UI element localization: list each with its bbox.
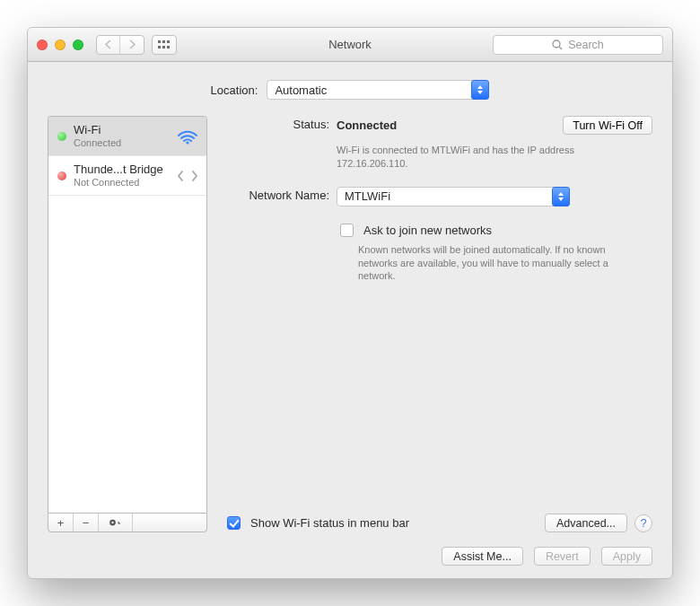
status-dot-disconnected-icon xyxy=(57,171,66,180)
status-row: Status: Connected Turn Wi-Fi Off xyxy=(223,116,652,135)
add-service-button[interactable]: + xyxy=(48,514,74,531)
chevron-right-icon xyxy=(128,40,136,49)
svg-rect-0 xyxy=(158,40,161,43)
service-item-thunderbolt-bridge[interactable]: Thunde...t Bridge Not Connected xyxy=(48,156,206,196)
svg-rect-1 xyxy=(162,40,165,43)
show-all-button[interactable] xyxy=(152,35,177,55)
network-name-label: Network Name: xyxy=(223,187,337,202)
svg-rect-5 xyxy=(167,46,170,48)
location-label: Location: xyxy=(211,83,258,97)
gear-icon xyxy=(109,517,122,528)
turn-wifi-off-button[interactable]: Turn Wi-Fi Off xyxy=(563,116,652,135)
ask-join-row: Ask to join new networks xyxy=(337,221,652,240)
nav-back-forward xyxy=(96,35,144,55)
window-controls xyxy=(37,40,83,50)
ask-to-join-label: Ask to join new networks xyxy=(363,224,492,237)
zoom-button[interactable] xyxy=(73,40,83,50)
ask-to-join-checkbox[interactable] xyxy=(340,224,354,237)
chevron-updown-icon xyxy=(471,80,489,100)
show-status-checkbox[interactable] xyxy=(227,516,241,530)
service-name: Thunde...t Bridge xyxy=(74,163,169,177)
remove-service-button[interactable]: − xyxy=(74,514,99,531)
services-panel: Wi-Fi Connected xyxy=(48,116,207,532)
search-icon xyxy=(552,40,563,50)
chevron-updown-icon xyxy=(552,187,570,206)
status-value: Connected xyxy=(337,119,397,132)
svg-point-10 xyxy=(111,522,113,523)
main-row: Wi-Fi Connected xyxy=(48,116,652,532)
search-placeholder: Search xyxy=(568,39,604,51)
services-list: Wi-Fi Connected xyxy=(48,116,207,513)
status-dot-connected-icon xyxy=(57,132,66,141)
svg-rect-4 xyxy=(162,46,165,48)
status-description: Wi-Fi is connected to MTLWiFi and has th… xyxy=(337,144,606,171)
svg-rect-3 xyxy=(158,46,161,48)
svg-line-7 xyxy=(559,47,562,49)
footer-spacer xyxy=(133,514,206,531)
content: Location: Automatic Wi-Fi Connected xyxy=(28,62,672,578)
back-button[interactable] xyxy=(97,36,120,54)
service-name: Wi-Fi xyxy=(74,124,169,137)
titlebar: Network Search xyxy=(28,28,672,62)
wifi-icon xyxy=(176,128,199,145)
revert-button[interactable]: Revert xyxy=(534,547,591,566)
service-item-wifi[interactable]: Wi-Fi Connected xyxy=(48,117,206,156)
service-state: Not Connected xyxy=(74,177,169,189)
close-button[interactable] xyxy=(37,40,48,50)
ask-to-join-description: Known networks will be joined automatica… xyxy=(358,243,618,284)
svg-point-8 xyxy=(186,141,188,144)
assist-me-button[interactable]: Assist Me... xyxy=(442,547,523,566)
location-select[interactable]: Automatic xyxy=(267,80,489,100)
help-button[interactable]: ? xyxy=(634,514,652,532)
bottom-buttons: Assist Me... Revert Apply xyxy=(48,547,652,566)
svg-rect-2 xyxy=(167,40,170,43)
grid-icon xyxy=(158,40,171,49)
network-name-value: MTLWiFi xyxy=(345,189,390,203)
service-action-menu[interactable] xyxy=(99,514,133,531)
minimize-button[interactable] xyxy=(55,40,66,50)
advanced-button[interactable]: Advanced... xyxy=(545,514,627,532)
svg-point-6 xyxy=(553,40,560,48)
network-name-select[interactable]: MTLWiFi xyxy=(337,187,570,206)
network-prefs-window: Network Search Location: Automatic xyxy=(27,27,673,579)
network-name-row: Network Name: MTLWiFi xyxy=(223,187,652,206)
location-row: Location: Automatic xyxy=(48,80,652,100)
location-value: Automatic xyxy=(275,83,327,97)
chevron-left-icon xyxy=(104,40,112,49)
forward-button[interactable] xyxy=(120,36,144,54)
service-state: Connected xyxy=(74,137,169,149)
services-footer: + − xyxy=(48,513,207,532)
apply-button[interactable]: Apply xyxy=(601,547,652,566)
detail-footer: Show Wi-Fi status in menu bar Advanced..… xyxy=(223,514,652,532)
status-label: Status: xyxy=(223,116,337,131)
bridge-icon xyxy=(176,168,199,184)
search-field[interactable]: Search xyxy=(493,35,663,55)
show-status-label: Show Wi-Fi status in menu bar xyxy=(250,516,409,530)
wifi-detail-panel: Status: Connected Turn Wi-Fi Off Wi-Fi i… xyxy=(223,116,652,532)
